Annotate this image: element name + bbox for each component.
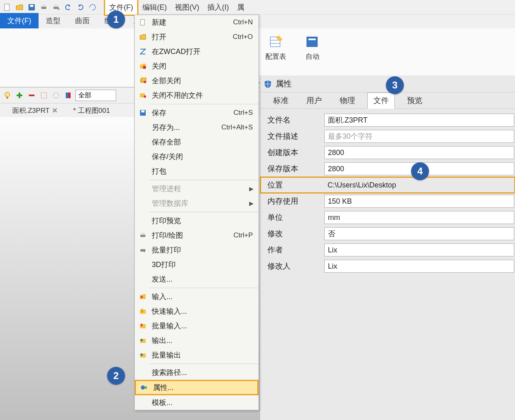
menu-batch-print[interactable]: + 批量打印: [135, 243, 259, 257]
lightbulb-icon[interactable]: [2, 90, 12, 100]
filter-flag-icon[interactable]: [63, 90, 73, 100]
menu-label: 属性...: [153, 383, 257, 392]
menu-search-path[interactable]: 搜索路径...: [135, 365, 259, 380]
doc-tab-drawing[interactable]: * 工程图001: [69, 104, 114, 117]
props-tab-user[interactable]: 用户: [301, 93, 328, 108]
menu-label: 输出...: [152, 336, 259, 345]
select-circle-icon[interactable]: [51, 90, 61, 100]
undo-icon[interactable]: [63, 2, 73, 12]
menu-label: 新建: [152, 17, 233, 27]
ribbon-btn-auto[interactable]: 自动: [294, 32, 331, 72]
open-folder-icon[interactable]: [15, 2, 24, 12]
svg-rect-32: [141, 233, 144, 235]
prop-label: 作者: [267, 245, 324, 255]
menu-view[interactable]: 视图(V): [171, 0, 203, 15]
prop-row-modifier: 修改人 Lix: [260, 258, 515, 274]
prop-value[interactable]: Lix: [324, 243, 514, 256]
prop-row-create-version: 创建版本 2800: [260, 144, 515, 161]
menu-save-close[interactable]: 保存/关闭: [135, 149, 259, 164]
ribbon-tab-surface[interactable]: 曲面: [68, 13, 97, 28]
prop-value[interactable]: 150 KB: [324, 195, 514, 208]
close-icon[interactable]: ✕: [52, 106, 58, 115]
folders-clean-icon: [137, 90, 149, 100]
svg-rect-14: [307, 37, 317, 47]
menu-label: 批量打印: [152, 245, 259, 255]
menu-3d-print[interactable]: 3D打印: [135, 257, 259, 272]
menu-open-zwcad[interactable]: 在ZWCAD打开: [135, 44, 259, 59]
menu-new[interactable]: 新建 Ctrl+N: [135, 15, 259, 30]
new-file-icon[interactable]: [2, 2, 12, 12]
menu-edit[interactable]: 编辑(E): [138, 0, 171, 15]
submenu-arrow-icon: ▶: [249, 185, 259, 192]
menu-shortcut: Ctrl+O: [233, 33, 259, 41]
menu-shortcut: Ctrl+P: [233, 231, 259, 239]
menu-template[interactable]: 模板...: [135, 395, 259, 410]
prop-value[interactable]: 面积.Z3PRT: [324, 114, 514, 127]
print-icon[interactable]: [39, 2, 49, 12]
menu-import[interactable]: 输入...: [135, 289, 259, 304]
menu-batch-export[interactable]: 批量输出: [135, 348, 259, 362]
menu-send[interactable]: 发送...: [135, 272, 259, 286]
save-icon[interactable]: [27, 2, 37, 12]
menu-insert[interactable]: 插入(I): [203, 0, 233, 15]
menu-label: 打印预览: [152, 216, 259, 226]
prop-value[interactable]: 最多30个字符: [324, 130, 514, 143]
menu-close[interactable]: 关闭: [135, 59, 259, 73]
minus-icon[interactable]: [27, 90, 37, 100]
export-icon: [137, 336, 149, 345]
ribbon-tab-file[interactable]: 文件(F): [0, 13, 39, 28]
prop-value[interactable]: Lix: [324, 260, 514, 273]
menu-open[interactable]: 打开 Ctrl+O: [135, 30, 259, 44]
props-tab-file[interactable]: 文件: [367, 93, 395, 109]
menu-label: 模板...: [152, 398, 259, 407]
menu-save[interactable]: 保存 Ctrl+S: [135, 106, 259, 120]
svg-text:+: +: [144, 250, 146, 254]
blank-icon: [137, 184, 149, 194]
svg-rect-20: [66, 93, 68, 98]
redo-icon[interactable]: [75, 2, 85, 12]
plus-icon[interactable]: [15, 90, 24, 100]
prop-value[interactable]: C:\Users\Lix\Desktop: [324, 179, 514, 192]
menu-manage-db[interactable]: 管理数据库 ▶: [135, 196, 259, 211]
filter-input[interactable]: [75, 90, 116, 101]
menu-properties[interactable]: 属性...: [135, 380, 259, 395]
menu-print-preview[interactable]: 打印预览: [135, 213, 259, 228]
printer-icon: [137, 230, 149, 240]
blank-icon: [137, 368, 149, 377]
menu-batch-import[interactable]: 批量输入...: [135, 319, 259, 333]
menu-save-all[interactable]: 保存全部: [135, 135, 259, 149]
menu-quick-import[interactable]: 快速输入...: [135, 304, 259, 319]
prop-label: 修改人: [267, 261, 324, 271]
menu-package[interactable]: 打包: [135, 164, 259, 179]
properties-body: 文件名 面积.Z3PRT 文件描述 最多30个字符 创建版本 2800 保存版本…: [260, 109, 515, 278]
svg-rect-18: [41, 93, 47, 98]
props-tab-standard[interactable]: 标准: [267, 93, 294, 108]
select-box-icon[interactable]: [39, 90, 49, 100]
props-tab-physical[interactable]: 物理: [334, 93, 361, 108]
ribbon-btn-config-table[interactable]: 配置表: [258, 32, 294, 72]
print-plus-icon[interactable]: +: [51, 2, 61, 12]
prop-value[interactable]: 2800: [324, 146, 514, 159]
menu-export[interactable]: 输出...: [135, 333, 259, 348]
menu-manage-process[interactable]: 管理进程 ▶: [135, 181, 259, 196]
svg-point-23: [143, 66, 146, 69]
table-pencil-icon: [267, 33, 284, 50]
doc-tab-area[interactable]: 面积.Z3PRT ✕: [8, 104, 62, 117]
refresh-icon[interactable]: [88, 2, 97, 12]
menu-shortcut: Ctrl+S: [233, 109, 259, 117]
props-tab-preview[interactable]: 预览: [401, 93, 428, 108]
menu-close-unused[interactable]: 关闭不用的文件: [135, 88, 259, 103]
menu-save-as[interactable]: 另存为... Ctrl+Alt+S: [135, 120, 259, 135]
menu-attributes-partial[interactable]: 属: [233, 0, 248, 15]
menu-label: 搜索路径...: [152, 368, 259, 377]
prop-label: 文件描述: [267, 131, 324, 142]
prop-value[interactable]: 否: [324, 227, 514, 240]
prop-value[interactable]: mm: [324, 211, 514, 224]
ribbon-tab-shape[interactable]: 造型: [39, 13, 68, 28]
menu-label: 打包: [152, 166, 259, 176]
import-icon: [137, 292, 149, 302]
menu-close-all[interactable]: 全部关闭: [135, 73, 259, 88]
properties-panel: 属性 标准 用户 物理 文件 预览 文件名 面积.Z3PRT 文件描述 最多30…: [260, 75, 515, 420]
menu-label: 3D打印: [152, 260, 259, 269]
menu-print[interactable]: 打印/绘图 Ctrl+P: [135, 228, 259, 243]
